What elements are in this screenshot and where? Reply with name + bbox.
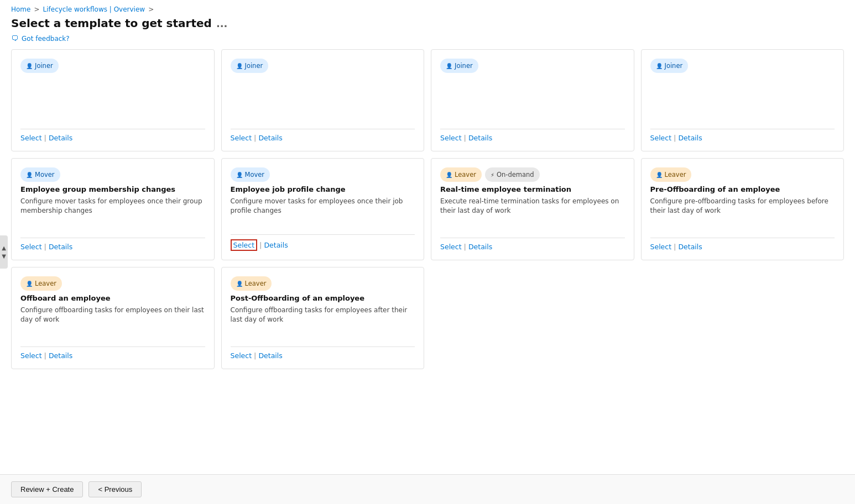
card-6-select[interactable]: Select [231, 239, 258, 251]
card-10-actions: Select | Details [231, 347, 415, 360]
card-7: 👤Leaver⚡On-demandReal-time employee term… [431, 158, 634, 260]
card-4-sep: | [674, 134, 676, 142]
leaver-icon: 👤 [236, 281, 243, 287]
card-1-actions: Select | Details [20, 129, 205, 142]
card-5-select[interactable]: Select [20, 243, 42, 251]
mover-icon: 👤 [26, 172, 33, 178]
tag-leaver: 👤Leaver [650, 167, 692, 182]
card-3-sep: | [464, 134, 466, 142]
card-9-details[interactable]: Details [49, 351, 72, 360]
card-8: 👤LeaverPre-Offboarding of an employeeCon… [641, 158, 844, 260]
card-3: 👤JoinerSelect | Details [431, 49, 634, 151]
tag-joiner: 👤Joiner [650, 59, 689, 73]
card-10-desc: Configure offboarding tasks for employee… [231, 306, 415, 340]
scroll-indicator[interactable]: ▲ ▼ [0, 235, 8, 269]
leaver-icon: 👤 [446, 172, 452, 178]
card-10-tags: 👤Leaver [231, 276, 415, 291]
card-8-title: Pre-Offboarding of an employee [650, 185, 835, 193]
card-5: 👤MoverEmployee group membership changesC… [11, 158, 215, 260]
card-2: 👤JoinerSelect | Details [221, 49, 425, 151]
card-9-actions: Select | Details [20, 347, 205, 360]
card-2-details[interactable]: Details [258, 134, 282, 142]
card-4-actions: Select | Details [650, 129, 835, 142]
ondemand-icon: ⚡ [491, 172, 494, 178]
card-8-select[interactable]: Select [650, 243, 672, 251]
card-10-title: Post-Offboarding of an employee [231, 294, 415, 302]
review-create-button[interactable]: Review + Create [11, 481, 83, 497]
breadcrumb-lifecycle[interactable]: Lifecycle workflows | Overview [43, 6, 145, 13]
card-5-actions: Select | Details [20, 238, 205, 251]
card-7-details[interactable]: Details [468, 243, 492, 251]
card-8-sep: | [674, 243, 676, 251]
breadcrumb: Home > Lifecycle workflows | Overview > [0, 0, 855, 13]
card-8-details[interactable]: Details [678, 243, 702, 251]
card-2-tags: 👤Joiner [231, 59, 415, 73]
joiner-icon: 👤 [446, 63, 452, 69]
card-6: 👤MoverEmployee job profile changeConfigu… [221, 158, 425, 260]
feedback-bar[interactable]: 🗨 Got feedback? [0, 32, 855, 47]
card-5-details[interactable]: Details [49, 243, 72, 251]
card-7-actions: Select | Details [440, 238, 625, 251]
card-10-details[interactable]: Details [258, 351, 282, 360]
card-9-tags: 👤Leaver [20, 276, 205, 291]
card-6-desc: Configure mover tasks for employees once… [231, 197, 415, 228]
card-9-title: Offboard an employee [20, 294, 205, 302]
joiner-icon: 👤 [236, 63, 243, 69]
card-5-tags: 👤Mover [20, 167, 205, 182]
feedback-label[interactable]: Got feedback? [22, 35, 70, 43]
leaver-icon: 👤 [656, 172, 663, 178]
main-content: 👤JoinerSelect | Details👤JoinerSelect | D… [0, 47, 855, 474]
card-1-details[interactable]: Details [49, 134, 72, 142]
joiner-icon: 👤 [26, 63, 33, 69]
card-7-desc: Execute real-time termination tasks for … [440, 197, 625, 231]
feedback-icon: 🗨 [11, 34, 18, 43]
card-8-actions: Select | Details [650, 238, 835, 251]
tag-mover: 👤Mover [20, 167, 60, 182]
card-1: 👤JoinerSelect | Details [11, 49, 215, 151]
card-3-select[interactable]: Select [440, 134, 462, 142]
breadcrumb-home[interactable]: Home [11, 6, 30, 13]
previous-button[interactable]: < Previous [88, 481, 142, 497]
card-3-tags: 👤Joiner [440, 59, 625, 73]
card-3-details[interactable]: Details [468, 134, 492, 142]
tag-leaver: 👤Leaver [20, 276, 62, 291]
more-options-button[interactable]: ... [216, 18, 228, 29]
card-1-select[interactable]: Select [20, 134, 42, 142]
card-4-select[interactable]: Select [650, 134, 672, 142]
breadcrumb-sep1: > [34, 6, 39, 13]
tag-leaver: 👤Leaver [231, 276, 272, 291]
tag-joiner: 👤Joiner [440, 59, 478, 73]
breadcrumb-sep2: > [148, 6, 154, 13]
page-title: Select a template to get started [11, 17, 212, 30]
card-2-actions: Select | Details [231, 129, 415, 142]
card-9-desc: Configure offboarding tasks for employee… [20, 306, 205, 340]
card-6-tags: 👤Mover [231, 167, 415, 182]
tag-mover: 👤Mover [231, 167, 270, 182]
card-7-title: Real-time employee termination [440, 185, 625, 193]
card-5-desc: Configure mover tasks for employees once… [20, 197, 205, 231]
card-10: 👤LeaverPost-Offboarding of an employeeCo… [221, 267, 425, 369]
card-4-details[interactable]: Details [678, 134, 702, 142]
card-6-actions: Select | Details [231, 234, 415, 251]
card-4: 👤JoinerSelect | Details [641, 49, 844, 151]
bottom-bar: Review + Create < Previous [0, 474, 855, 504]
tag-leaver: 👤Leaver [440, 167, 482, 182]
card-1-tags: 👤Joiner [20, 59, 205, 73]
tag-joiner: 👤Joiner [231, 59, 269, 73]
card-9: 👤LeaverOffboard an employeeConfigure off… [11, 267, 215, 369]
card-9-select[interactable]: Select [20, 351, 42, 360]
card-5-title: Employee group membership changes [20, 185, 205, 193]
mover-icon: 👤 [236, 172, 243, 178]
card-10-select[interactable]: Select [231, 351, 252, 360]
card-7-select[interactable]: Select [440, 243, 462, 251]
card-2-select[interactable]: Select [231, 134, 252, 142]
card-8-desc: Configure pre-offboarding tasks for empl… [650, 197, 835, 231]
joiner-icon: 👤 [656, 63, 663, 69]
card-7-tags: 👤Leaver⚡On-demand [440, 167, 625, 182]
leaver-icon: 👤 [26, 281, 33, 287]
card-6-details[interactable]: Details [264, 241, 288, 249]
card-5-sep: | [44, 243, 46, 251]
cards-grid: 👤JoinerSelect | Details👤JoinerSelect | D… [11, 49, 844, 369]
card-1-sep: | [44, 134, 46, 142]
card-6-sep: | [259, 241, 262, 249]
